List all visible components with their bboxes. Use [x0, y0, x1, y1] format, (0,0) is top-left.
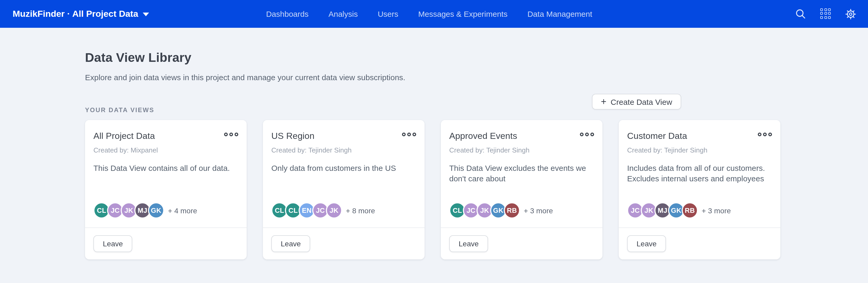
- apps-grid-icon[interactable]: [820, 8, 831, 20]
- avatar: JK: [326, 202, 342, 218]
- leave-button[interactable]: Leave: [627, 235, 666, 252]
- card-title: All Project Data: [93, 131, 238, 141]
- card-description: This Data View excludes the events we do…: [449, 163, 594, 184]
- card-title: Approved Events: [449, 131, 594, 141]
- card-title: Customer Data: [627, 131, 772, 141]
- top-navigation-bar: MuzikFinder · All Project Data Dashboard…: [0, 0, 868, 28]
- page-root: MuzikFinder · All Project Data Dashboard…: [0, 0, 868, 283]
- page-subtitle: Explore and join data views in this proj…: [85, 73, 868, 82]
- data-view-card-row: All Project Data Created by: Mixpanel Th…: [85, 120, 868, 259]
- more-members-count: + 3 more: [702, 206, 731, 215]
- main-content: Data View Library Explore and join data …: [0, 50, 868, 259]
- project-switcher[interactable]: MuzikFinder · All Project Data: [12, 9, 149, 19]
- nav-item-analysis[interactable]: Analysis: [329, 9, 358, 19]
- primary-nav: Dashboards Analysis Users Messages & Exp…: [266, 0, 592, 28]
- topbar-icons: [795, 8, 857, 20]
- settings-gear-icon[interactable]: [845, 8, 857, 20]
- nav-item-users[interactable]: Users: [378, 9, 398, 19]
- data-view-card-us-region: US Region Created by: Tejinder Singh Onl…: [263, 120, 425, 259]
- card-created-by: Created by: Mixpanel: [93, 146, 238, 154]
- data-view-card-approved-events: Approved Events Created by: Tejinder Sin…: [441, 120, 602, 259]
- card-description: This Data View contains all of our data.: [93, 163, 238, 174]
- data-view-card-all-project-data: All Project Data Created by: Mixpanel Th…: [85, 120, 247, 259]
- create-data-view-label: Create Data View: [611, 97, 672, 106]
- card-created-by: Created by: Tejinder Singh: [627, 146, 772, 154]
- card-overflow-menu-icon[interactable]: [224, 133, 238, 136]
- create-data-view-button[interactable]: + Create Data View: [592, 94, 681, 109]
- card-created-by: Created by: Tejinder Singh: [449, 146, 594, 154]
- card-member-avatars: CL CL EN JC JK + 8 more: [271, 202, 416, 218]
- avatar: RB: [504, 202, 520, 218]
- card-title: US Region: [271, 131, 416, 141]
- avatar: RB: [682, 202, 698, 218]
- card-member-avatars: CL JC JK MJ GK + 4 more: [93, 202, 238, 218]
- leave-button[interactable]: Leave: [93, 235, 132, 252]
- more-members-count: + 4 more: [168, 206, 197, 215]
- card-description: Only data from customers in the US: [271, 163, 416, 174]
- project-switcher-label: MuzikFinder · All Project Data: [12, 9, 138, 19]
- data-view-card-customer-data: Customer Data Created by: Tejinder Singh…: [619, 120, 780, 259]
- avatar: GK: [148, 202, 164, 218]
- leave-button[interactable]: Leave: [271, 235, 310, 252]
- leave-button[interactable]: Leave: [449, 235, 488, 252]
- page-title: Data View Library: [85, 50, 868, 65]
- card-member-avatars: CL JC JK GK RB + 3 more: [449, 202, 594, 218]
- card-created-by: Created by: Tejinder Singh: [271, 146, 416, 154]
- more-members-count: + 3 more: [524, 206, 553, 215]
- card-overflow-menu-icon[interactable]: [758, 133, 772, 136]
- search-icon[interactable]: [795, 8, 806, 20]
- card-description: Includes data from all of our customers.…: [627, 163, 772, 184]
- nav-item-messages-experiments[interactable]: Messages & Experiments: [418, 9, 507, 19]
- more-members-count: + 8 more: [346, 206, 375, 215]
- card-overflow-menu-icon[interactable]: [402, 133, 416, 136]
- nav-item-data-management[interactable]: Data Management: [527, 9, 592, 19]
- caret-down-icon: [143, 12, 149, 16]
- card-member-avatars: JC JK MJ GK RB + 3 more: [627, 202, 772, 218]
- plus-icon: +: [601, 97, 607, 106]
- card-overflow-menu-icon[interactable]: [580, 133, 594, 136]
- section-label-your-data-views: YOUR DATA VIEWS: [85, 106, 868, 114]
- nav-item-dashboards[interactable]: Dashboards: [266, 9, 309, 19]
